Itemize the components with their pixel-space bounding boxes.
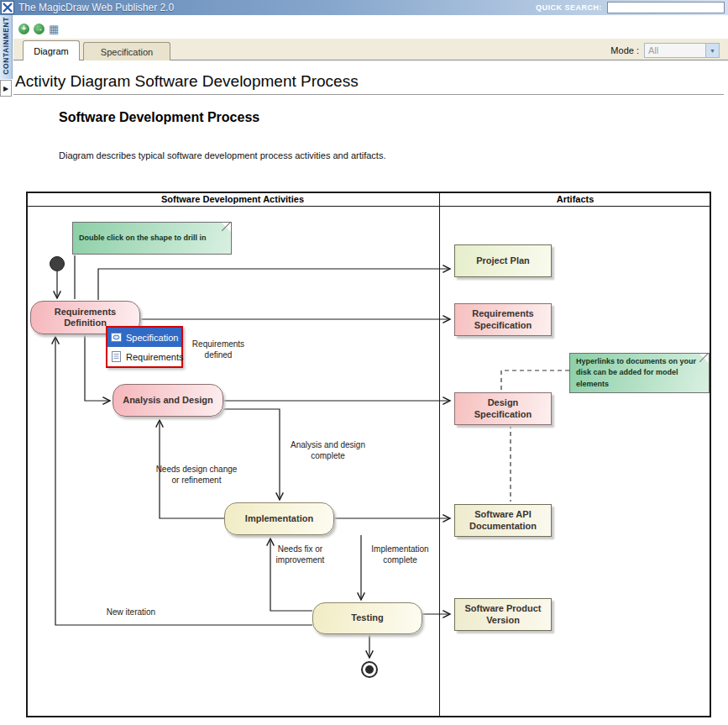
menu-item-specification[interactable]: Specification	[107, 328, 181, 347]
navigate-icon[interactable]: →	[34, 24, 45, 34]
toolbar: + → ▦	[18, 22, 59, 35]
menu-item-label: Specification	[126, 333, 178, 343]
edge-label-analysis-complete: Analysis and design complete	[288, 440, 368, 461]
dropdown-arrow-icon: ▼	[705, 44, 719, 57]
note-hyperlinks: Hyperlinks to documents on your disk can…	[569, 353, 710, 393]
edge-label-new-iteration: New iteration	[101, 607, 161, 618]
note-fold-icon	[222, 223, 231, 232]
diagram-frame	[26, 192, 711, 717]
quick-search-label: QUICK SEARCH:	[536, 3, 602, 12]
diagram-description: Diagram describes typical software devel…	[59, 150, 385, 160]
artifact-software-api-documentation[interactable]: Software API Documentation	[454, 504, 552, 537]
note-fold-icon	[699, 354, 709, 363]
artifact-design-specification[interactable]: Design Specification	[454, 392, 552, 425]
mode-group: Mode : All ▼	[610, 43, 720, 58]
note-drill-in: Double click on the shape to drill in	[72, 222, 232, 255]
containment-expand-button[interactable]: ▶	[0, 80, 12, 97]
artifact-project-plan[interactable]: Project Plan	[454, 244, 552, 277]
page-heading: Activity Diagram Software Development Pr…	[15, 72, 359, 91]
lane-title-artifacts: Artifacts	[439, 194, 711, 204]
title-bar: The MagicDraw Web Publisher 2.0 QUICK SE…	[0, 0, 728, 15]
activity-analysis-and-design[interactable]: Analysis and Design	[113, 384, 223, 417]
expand-arrow-icon: ▶	[3, 85, 8, 92]
mode-label: Mode :	[610, 45, 639, 55]
mode-selected-value: All	[645, 45, 705, 55]
quick-search-input[interactable]	[607, 2, 725, 13]
app-title: The MagicDraw Web Publisher 2.0	[18, 2, 174, 13]
activity-implementation[interactable]: Implementation	[224, 502, 334, 535]
menu-item-label: Requirements	[126, 352, 183, 362]
artifact-requirements-specification[interactable]: Requirements Specification	[454, 303, 552, 336]
magicdraw-logo-icon	[1, 1, 14, 14]
app-window: The MagicDraw Web Publisher 2.0 QUICK SE…	[0, 0, 728, 725]
containment-panel-collapsed[interactable]: CONTAINMENT	[0, 15, 13, 79]
swimlane-divider	[439, 192, 440, 717]
tab-bar: Diagram Specification Mode : All ▼	[13, 39, 728, 60]
initial-node	[50, 256, 65, 271]
edge-label-needs-fix: Needs fix or improvement	[264, 544, 336, 565]
requirements-icon	[111, 351, 122, 362]
zoom-in-icon[interactable]: +	[18, 24, 29, 34]
final-node-dot	[365, 665, 374, 674]
containment-label: CONTAINMENT	[2, 17, 10, 75]
edge-label-implementation-complete: Implementation complete	[364, 544, 436, 565]
note-hyperlinks-text: Hyperlinks to documents on your disk can…	[576, 356, 697, 389]
edge-label-requirements-defined: Requirements defined	[185, 339, 252, 360]
activity-testing[interactable]: Testing	[312, 602, 422, 634]
diagram-title: Software Development Process	[59, 110, 259, 125]
note-drill-text: Double click on the shape to drill in	[79, 233, 207, 244]
image-export-icon[interactable]: ▦	[49, 24, 59, 34]
artifact-software-product-version[interactable]: Software Product Version	[454, 598, 552, 631]
tab-diagram[interactable]: Diagram	[23, 40, 80, 60]
tab-specification[interactable]: Specification	[83, 42, 170, 60]
menu-item-requirements[interactable]: Requirements	[107, 347, 181, 366]
edge-label-needs-design: Needs design change or refinement	[151, 465, 242, 486]
heading-divider	[13, 94, 724, 95]
specification-icon	[111, 332, 122, 343]
lane-title-activities: Software Development Activities	[26, 194, 439, 204]
mode-select[interactable]: All ▼	[644, 43, 720, 58]
context-menu: Specification Requirements	[106, 326, 183, 368]
final-node	[361, 661, 378, 678]
